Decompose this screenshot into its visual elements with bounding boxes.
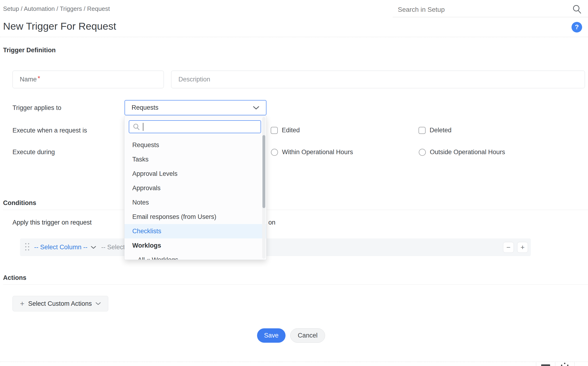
- applies-to-value: Requests: [132, 104, 253, 111]
- radio-outside-label: Outside Operational Hours: [430, 149, 505, 156]
- checkbox-edited-label: Edited: [282, 127, 300, 134]
- description-field[interactable]: Description: [171, 71, 585, 88]
- conditions-apply-text: Apply this trigger on request: [13, 219, 92, 226]
- required-asterisk: *: [38, 75, 40, 82]
- chevron-down-icon: [91, 246, 96, 249]
- execute-when-option-edited[interactable]: Edited: [271, 127, 300, 134]
- execute-during-label: Execute during: [13, 149, 55, 156]
- applies-to-select[interactable]: Requests: [124, 100, 267, 115]
- section-heading-actions: Actions: [3, 274, 26, 282]
- dropdown-item-requests[interactable]: Requests: [132, 138, 267, 152]
- chevron-down-icon: [253, 106, 260, 110]
- checkbox-deleted-label: Deleted: [430, 127, 451, 134]
- condition-row: -- Select Column -- -- Select − +: [20, 238, 531, 256]
- dropdown-item-approvals[interactable]: Approvals: [132, 181, 267, 195]
- select-custom-actions-button[interactable]: + Select Custom Actions: [13, 296, 108, 311]
- radio-within-label: Within Operational Hours: [282, 149, 353, 156]
- checkbox-edited[interactable]: [271, 127, 278, 134]
- search-icon[interactable]: [572, 4, 582, 14]
- bottom-cell-border: [555, 362, 555, 366]
- plus-icon: +: [20, 300, 24, 307]
- minimize-bar-icon[interactable]: [541, 364, 550, 366]
- setup-search: [393, 2, 588, 17]
- dropdown-item-approval-levels[interactable]: Approval Levels: [132, 167, 267, 181]
- add-condition-button[interactable]: +: [517, 242, 528, 253]
- dropdown-search-box[interactable]: [129, 120, 261, 133]
- select-custom-actions-label: Select Custom Actions: [28, 300, 92, 307]
- dropdown-scrollbar-thumb[interactable]: [262, 135, 265, 208]
- setup-search-input[interactable]: [397, 4, 563, 15]
- select-criteria-dropdown-partial[interactable]: -- Select: [101, 238, 125, 256]
- help-icon[interactable]: ?: [572, 22, 582, 32]
- bottom-divider: [0, 362, 588, 362]
- chevron-down-icon: [96, 302, 101, 305]
- conditions-apply-text-overflow: on: [268, 219, 275, 226]
- dropdown-item-checklists[interactable]: Checklists: [132, 224, 267, 238]
- dropdown-item-notes[interactable]: Notes: [132, 195, 267, 210]
- page-title: New Trigger For Request: [3, 21, 116, 32]
- execute-during-option-outside[interactable]: Outside Operational Hours: [419, 149, 505, 156]
- bottom-cell-border: [574, 362, 575, 366]
- execute-when-label: Execute when a request is: [13, 127, 87, 134]
- drag-handle-icon[interactable]: [25, 243, 30, 252]
- dropdown-item-tasks[interactable]: Tasks: [132, 152, 267, 167]
- applies-to-label: Trigger applies to: [13, 104, 61, 112]
- name-field-label: Name: [20, 76, 37, 83]
- section-heading-conditions: Conditions: [3, 199, 36, 207]
- dots-icon[interactable]: [561, 363, 569, 366]
- execute-during-option-within[interactable]: Within Operational Hours: [271, 149, 353, 156]
- dropdown-item-worklogs[interactable]: Worklogs: [132, 238, 267, 253]
- new-trigger-page: Setup / Automation / Triggers / Request …: [0, 0, 588, 366]
- actions-divider: [3, 284, 588, 285]
- section-heading-trigger-definition: Trigger Definition: [3, 47, 56, 54]
- save-button[interactable]: Save: [257, 328, 285, 343]
- applies-to-dropdown-panel: Requests Tasks Approval Levels Approvals…: [124, 116, 267, 260]
- bottom-cell-border: [536, 362, 536, 366]
- search-icon: [132, 123, 140, 131]
- dropdown-item-all-worklogs[interactable]: All « Worklogs: [138, 253, 267, 260]
- name-field[interactable]: Name *: [13, 71, 164, 88]
- dropdown-item-email-responses[interactable]: Email responses (from Users): [132, 210, 267, 224]
- select-column-dropdown[interactable]: -- Select Column --: [34, 238, 96, 256]
- remove-condition-button[interactable]: −: [503, 242, 514, 253]
- cancel-button[interactable]: Cancel: [290, 328, 325, 343]
- conditions-divider: [3, 210, 588, 210]
- radio-within-operational-hours[interactable]: [271, 149, 278, 156]
- checkbox-deleted[interactable]: [419, 127, 426, 134]
- description-placeholder: Description: [178, 76, 210, 83]
- breadcrumb[interactable]: Setup / Automation / Triggers / Request: [3, 5, 110, 13]
- text-cursor: [143, 123, 143, 131]
- select-column-label: -- Select Column --: [34, 244, 88, 251]
- radio-outside-operational-hours[interactable]: [419, 149, 426, 156]
- execute-when-option-deleted[interactable]: Deleted: [419, 127, 451, 134]
- title-divider: [0, 37, 588, 37]
